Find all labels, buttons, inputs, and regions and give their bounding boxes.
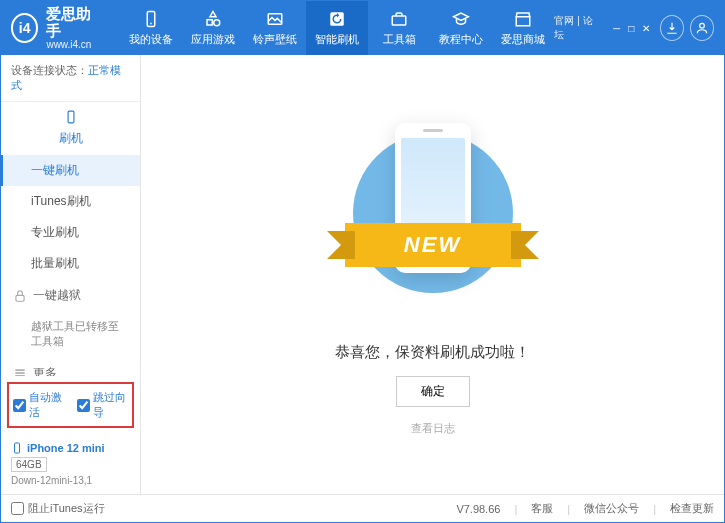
footer: 阻止iTunes运行 V7.98.66 | 客服 | 微信公众号 | 检查更新 [1, 494, 724, 522]
svg-rect-14 [15, 443, 20, 453]
user-button[interactable] [690, 15, 714, 41]
refresh-icon [327, 9, 347, 29]
svg-rect-10 [16, 295, 24, 301]
device-panel: iPhone 12 mini 64GB Down-12mini-13,1 [1, 434, 140, 494]
nav-tutorials[interactable]: 教程中心 [430, 1, 492, 55]
success-illustration: NEW [353, 113, 513, 313]
nav-store[interactable]: 爱思商城 [492, 1, 554, 55]
jailbreak-note: 越狱工具已转移至工具箱 [1, 312, 140, 357]
options-box: 自动激活 跳过向导 [7, 382, 134, 428]
maximize-icon[interactable]: □ [628, 23, 634, 34]
section-more[interactable]: 更多 [1, 357, 140, 376]
connection-status: 设备连接状态：正常模式 [1, 55, 140, 102]
logo-area: i4 爱思助手 www.i4.cn [11, 6, 100, 50]
sidebar-item-oneclick[interactable]: 一键刷机 [1, 155, 140, 186]
svg-rect-6 [393, 16, 407, 25]
nav-my-device[interactable]: 我的设备 [120, 1, 182, 55]
sidebar-item-batch[interactable]: 批量刷机 [1, 248, 140, 279]
phone-icon [141, 9, 161, 29]
device-capacity: 64GB [11, 457, 47, 472]
logo-icon: i4 [11, 13, 38, 43]
new-ribbon: NEW [345, 223, 521, 267]
toolbox-icon [389, 9, 409, 29]
graduation-icon [451, 9, 471, 29]
ok-button[interactable]: 确定 [396, 376, 470, 407]
app-name: 爱思助手 [46, 6, 100, 39]
checkbox-block-itunes[interactable]: 阻止iTunes运行 [11, 501, 105, 516]
nav-ringtones[interactable]: 铃声壁纸 [244, 1, 306, 55]
download-button[interactable] [660, 15, 684, 41]
svg-rect-7 [517, 17, 531, 26]
device-firmware: Down-12mini-13,1 [11, 475, 130, 486]
titlebar: i4 爱思助手 www.i4.cn 我的设备 应用游戏 铃声壁纸 智能刷机 [1, 1, 724, 55]
device-name[interactable]: iPhone 12 mini [11, 442, 130, 454]
wechat-link[interactable]: 微信公众号 [584, 501, 639, 516]
section-flash[interactable]: 刷机 [1, 102, 140, 155]
support-link[interactable]: 客服 [531, 501, 553, 516]
svg-rect-9 [68, 111, 74, 123]
section-jailbreak[interactable]: 一键越狱 [1, 279, 140, 312]
wallpaper-icon [265, 9, 285, 29]
nav-flash[interactable]: 智能刷机 [306, 1, 368, 55]
phone-icon [64, 110, 78, 124]
top-links[interactable]: 官网 | 论坛 [554, 14, 593, 42]
apps-icon [203, 9, 223, 29]
store-icon [513, 9, 533, 29]
svg-point-8 [700, 23, 705, 28]
lock-icon [13, 289, 27, 303]
checkbox-auto-activate[interactable]: 自动激活 [13, 390, 65, 420]
check-update-link[interactable]: 检查更新 [670, 501, 714, 516]
nav-toolbox[interactable]: 工具箱 [368, 1, 430, 55]
svg-point-3 [214, 20, 220, 26]
sidebar-item-pro[interactable]: 专业刷机 [1, 217, 140, 248]
version-label: V7.98.66 [456, 503, 500, 515]
app-window: i4 爱思助手 www.i4.cn 我的设备 应用游戏 铃声壁纸 智能刷机 [0, 0, 725, 523]
view-log-link[interactable]: 查看日志 [411, 421, 455, 436]
success-message: 恭喜您，保资料刷机成功啦！ [335, 343, 530, 362]
checkbox-skip-guide[interactable]: 跳过向导 [77, 390, 129, 420]
app-url: www.i4.cn [46, 39, 100, 50]
menu-icon [13, 366, 27, 376]
close-icon[interactable]: ✕ [642, 23, 650, 34]
main-content: NEW 恭喜您，保资料刷机成功啦！ 确定 查看日志 [141, 55, 724, 494]
phone-icon [11, 442, 23, 454]
window-controls: 官网 | 论坛 ─ □ ✕ [554, 14, 654, 42]
svg-rect-2 [207, 20, 212, 25]
sidebar-item-itunes[interactable]: iTunes刷机 [1, 186, 140, 217]
sidebar: 设备连接状态：正常模式 刷机 一键刷机 iTunes刷机 专业刷机 批量刷机 一… [1, 55, 141, 494]
top-nav: 我的设备 应用游戏 铃声壁纸 智能刷机 工具箱 教程中心 [120, 1, 554, 55]
minimize-icon[interactable]: ─ [613, 23, 620, 34]
nav-apps[interactable]: 应用游戏 [182, 1, 244, 55]
body: 设备连接状态：正常模式 刷机 一键刷机 iTunes刷机 专业刷机 批量刷机 一… [1, 55, 724, 494]
